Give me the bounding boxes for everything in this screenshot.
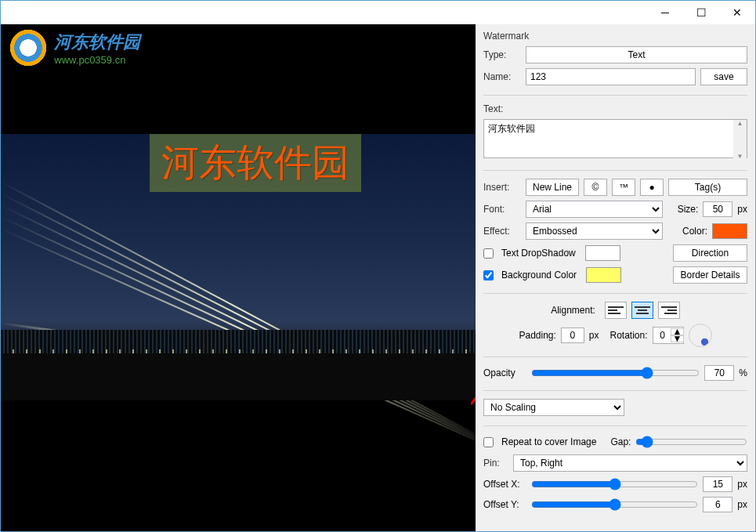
bgcolor-swatch[interactable] <box>586 267 621 283</box>
offsety-label: Offset Y: <box>483 499 526 510</box>
size-input[interactable] <box>703 201 732 217</box>
close-button[interactable]: ✕ <box>719 1 755 24</box>
pin-select[interactable]: Top, Right <box>513 454 747 472</box>
size-unit: px <box>737 204 747 215</box>
site-title: 河东软件园 <box>54 31 140 54</box>
opacity-unit: % <box>739 367 747 378</box>
site-url: www.pc0359.cn <box>54 54 140 66</box>
watermark-preview: 河东软件园 <box>150 134 361 192</box>
color-swatch[interactable] <box>712 223 747 239</box>
opacity-label: Opacity <box>483 367 526 378</box>
tags-button[interactable]: Tag(s) <box>668 179 747 196</box>
text-label: Text: <box>483 103 747 114</box>
dropshadow-label: Text DropShadow <box>501 248 576 259</box>
newline-button[interactable]: New Line <box>526 179 579 196</box>
logo-icon <box>9 28 48 67</box>
rotation-spinner[interactable]: ▲▼ <box>653 327 684 344</box>
settings-panel: Watermark Type: Text Name: save Text: ▲▼ <box>476 24 755 531</box>
gap-slider[interactable] <box>635 434 747 450</box>
offsetx-input[interactable] <box>703 476 732 492</box>
dropshadow-swatch[interactable] <box>585 245 620 261</box>
name-input[interactable] <box>526 68 696 85</box>
minimize-button[interactable]: ─ <box>647 1 683 24</box>
padding-unit: px <box>589 330 599 341</box>
maximize-button[interactable]: ☐ <box>683 1 719 24</box>
type-label: Type: <box>483 49 521 60</box>
app-window: ─ ☐ ✕ 河东软件园 www.pc0359.cn <box>0 0 756 532</box>
watermark-section-title: Watermark <box>483 31 747 42</box>
pin-label: Pin: <box>483 458 508 469</box>
trademark-button[interactable]: ™ <box>612 179 635 196</box>
offsetx-label: Offset X: <box>483 479 526 490</box>
bullet-button[interactable]: ● <box>640 179 664 196</box>
rotation-preview-icon <box>689 324 712 347</box>
insert-label: Insert: <box>483 182 521 193</box>
align-center-button[interactable] <box>631 302 653 319</box>
offsetx-unit: px <box>737 479 747 490</box>
alignment-label: Alignment: <box>551 305 595 316</box>
preview-pane: 河东软件园 www.pc0359.cn 河东软件园 <box>1 24 476 531</box>
repeat-label: Repeat to cover Image <box>501 436 596 447</box>
offsety-unit: px <box>737 499 747 510</box>
direction-button[interactable]: Direction <box>673 244 747 262</box>
padding-input[interactable] <box>561 328 584 343</box>
rotation-label: Rotation: <box>610 330 648 341</box>
bgcolor-label: Background Color <box>501 270 577 280</box>
dropshadow-checkbox[interactable] <box>483 248 494 259</box>
effect-label: Effect: <box>483 226 521 237</box>
gap-label: Gap: <box>610 436 631 447</box>
offsetx-slider[interactable] <box>531 476 698 492</box>
font-select[interactable]: Arial <box>526 201 663 218</box>
offsety-input[interactable] <box>703 497 732 512</box>
color-label: Color: <box>682 226 707 237</box>
site-logo: 河东软件园 www.pc0359.cn <box>9 28 140 67</box>
padding-label: Padding: <box>519 330 555 341</box>
titlebar: ─ ☐ ✕ <box>1 1 755 24</box>
repeat-checkbox[interactable] <box>483 437 494 447</box>
save-button[interactable]: save <box>700 68 747 85</box>
effect-select[interactable]: Embossed <box>526 223 663 240</box>
bgcolor-checkbox[interactable] <box>483 270 494 280</box>
size-label: Size: <box>678 204 699 215</box>
textarea-scrollbar[interactable]: ▲▼ <box>733 120 747 160</box>
opacity-input[interactable] <box>704 365 734 381</box>
align-right-button[interactable] <box>658 302 680 319</box>
content-area: 河东软件园 www.pc0359.cn 河东软件园 <box>1 24 755 531</box>
scaling-select[interactable]: No Scaling <box>483 399 624 416</box>
copyright-button[interactable]: © <box>584 179 607 196</box>
offsety-slider[interactable] <box>531 497 698 512</box>
align-left-button[interactable] <box>605 302 627 319</box>
border-details-button[interactable]: Border Details <box>673 266 747 284</box>
type-button[interactable]: Text <box>526 46 747 63</box>
font-label: Font: <box>483 204 521 215</box>
text-input[interactable] <box>483 119 747 158</box>
opacity-slider[interactable] <box>531 365 700 381</box>
name-label: Name: <box>483 71 521 82</box>
